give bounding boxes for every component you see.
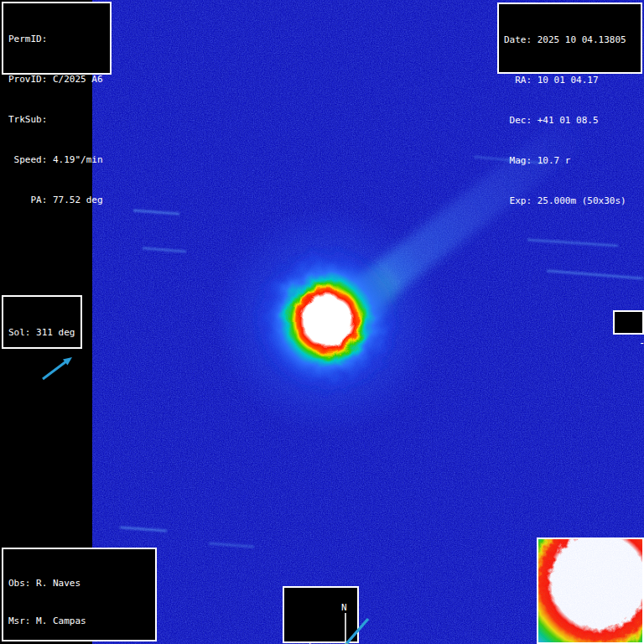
speed-line: Speed: 4.19"/min [8,153,105,167]
compass-north-label: N [341,602,347,613]
reference-marker-label: --- [639,337,644,349]
prov-id-line: ProvID: C/2025 A6 [8,73,105,86]
nucleus-zoom-inset [537,538,644,644]
pa-line: PA: 77.52 deg [8,194,105,207]
nucleus-zoom-image [538,539,642,642]
exp-line: Exp: 25.000m (50x30s) [504,195,636,208]
observation-info-panel: Date: 2025 10 04.13805 RA: 10 01 04.17 D… [497,3,642,74]
dec-line: Dec: +41 01 08.5 [504,114,636,127]
sun-direction-label: Sol: 311 deg [8,326,75,340]
mag-line: Mag: 10.7 r [504,154,636,168]
compass-icon: N E [307,601,380,644]
comet-coma [250,243,404,397]
reference-marker-box: --- [613,310,644,335]
sun-direction-panel: Sol: 311 deg [2,295,82,349]
astro-image-viewer: PermID: ProvID: C/2025 A6 TrkSub: Speed:… [0,0,644,644]
observer-line: Obs: R. Naves [8,577,150,589]
sun-direction-arrow-icon [31,353,105,387]
compass-panel: N E [283,586,359,643]
trksub-line: TrkSub: [8,113,105,127]
target-info-panel: PermID: ProvID: C/2025 A6 TrkSub: Speed:… [2,2,112,75]
date-line: Date: 2025 10 04.13805 [504,34,636,47]
nucleus-noise [538,539,642,642]
compass-east-label: E [309,640,314,644]
measurer-line: Msr: M. Campas [8,615,150,627]
perm-id-line: PermID: [8,33,105,46]
site-info-panel: Obs: R. Naves Msr: M. Campas Stn: 213 Te… [2,548,157,641]
ra-line: RA: 10 01 04.17 [504,74,636,87]
